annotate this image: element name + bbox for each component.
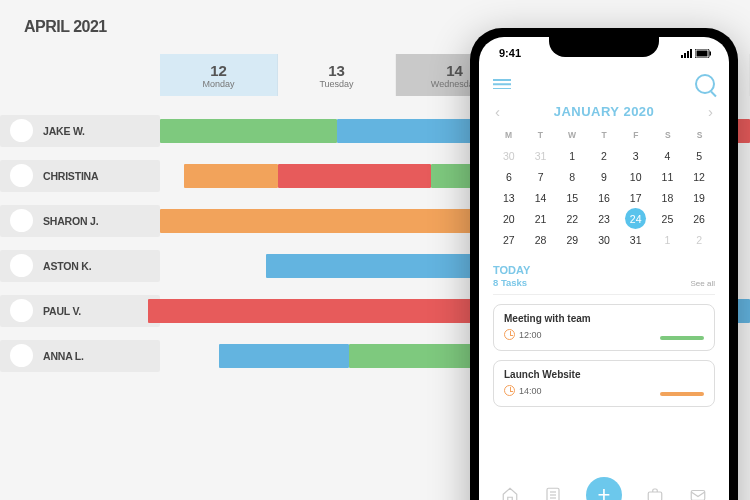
calendar-date[interactable]: 29 <box>556 229 588 250</box>
calendar-date[interactable]: 4 <box>652 145 684 166</box>
dow-label: W <box>557 130 588 140</box>
day-of-week-row: MTWTFSS <box>493 130 715 140</box>
signal-icon <box>681 49 692 58</box>
calendar-date[interactable]: 13 <box>493 187 525 208</box>
calendar-date[interactable]: 2 <box>588 145 620 166</box>
calendar-date[interactable]: 7 <box>525 166 557 187</box>
dow-label: S <box>684 130 715 140</box>
person-name: Anna L. <box>43 350 84 362</box>
calendar-date[interactable]: 21 <box>525 208 557 229</box>
calendar-date[interactable]: 25 <box>652 208 684 229</box>
calendar-date[interactable]: 17 <box>620 187 652 208</box>
calendar-date[interactable]: 12 <box>683 166 715 187</box>
person-cell[interactable]: Jake W. <box>0 115 160 147</box>
calendar-date[interactable]: 31 <box>525 145 557 166</box>
see-all-link[interactable]: See all <box>691 279 715 288</box>
gantt-bar[interactable] <box>266 254 490 278</box>
person-name: Sharon J. <box>43 215 98 227</box>
calendar-date[interactable]: 1 <box>556 145 588 166</box>
next-month-button[interactable]: › <box>708 103 713 120</box>
task-status-bar <box>660 392 704 397</box>
gantt-bar[interactable] <box>184 164 278 188</box>
avatar <box>10 254 33 277</box>
avatar <box>10 119 33 142</box>
briefcase-icon[interactable] <box>646 486 664 500</box>
status-time: 9:41 <box>499 47 521 59</box>
list-icon[interactable] <box>544 486 562 500</box>
task-status-bar <box>660 336 704 341</box>
phone-screen: 9:41 ‹ JANUARY 2020 › MTWTFSS 3031123456… <box>479 37 729 500</box>
dow-label: F <box>620 130 651 140</box>
clock-icon <box>504 329 515 340</box>
calendar-date[interactable]: 23 <box>588 208 620 229</box>
calendar-date[interactable]: 30 <box>493 145 525 166</box>
day-header[interactable]: 12Monday <box>160 54 278 96</box>
calendar-date[interactable]: 9 <box>588 166 620 187</box>
person-name: Jake W. <box>43 125 85 137</box>
phone-frame: 9:41 ‹ JANUARY 2020 › MTWTFSS 3031123456… <box>470 28 738 500</box>
task-card[interactable]: Meeting with team12:00 <box>493 304 715 351</box>
home-icon[interactable] <box>501 486 519 500</box>
person-cell[interactable]: Christina <box>0 160 160 192</box>
dow-label: T <box>589 130 620 140</box>
name-col-spacer <box>0 54 160 96</box>
person-cell[interactable]: Sharon J. <box>0 205 160 237</box>
add-button[interactable]: + <box>586 477 622 500</box>
svg-rect-1 <box>697 50 708 56</box>
gantt-bar[interactable] <box>160 209 514 233</box>
task-card[interactable]: Launch Website14:00 <box>493 360 715 407</box>
status-indicators <box>681 49 711 58</box>
day-header[interactable]: 13Tuesday <box>278 54 396 96</box>
calendar-date[interactable]: 16 <box>588 187 620 208</box>
person-cell[interactable]: Anna L. <box>0 340 160 372</box>
avatar <box>10 164 33 187</box>
calendar-date[interactable]: 14 <box>525 187 557 208</box>
calendar-date[interactable]: 18 <box>652 187 684 208</box>
clock-icon <box>504 385 515 396</box>
gantt-bar[interactable] <box>160 119 337 143</box>
avatar <box>10 209 33 232</box>
calendar-date[interactable]: 30 <box>588 229 620 250</box>
calendar-date[interactable]: 5 <box>683 145 715 166</box>
svg-rect-2 <box>710 51 712 55</box>
person-name: Aston K. <box>43 260 91 272</box>
calendar-date[interactable]: 22 <box>556 208 588 229</box>
person-name: Paul V. <box>43 305 81 317</box>
person-cell[interactable]: Paul V. <box>0 295 160 327</box>
today-label: TODAY <box>493 264 530 276</box>
calendar-date[interactable]: 6 <box>493 166 525 187</box>
svg-rect-7 <box>649 492 663 500</box>
search-icon[interactable] <box>695 74 715 94</box>
task-title: Launch Website <box>504 369 704 380</box>
calendar-date[interactable]: 15 <box>556 187 588 208</box>
calendar-date[interactable]: 11 <box>652 166 684 187</box>
calendar-date[interactable]: 3 <box>620 145 652 166</box>
phone-notch <box>549 37 659 57</box>
calendar-date[interactable]: 26 <box>683 208 715 229</box>
calendar-date[interactable]: 2 <box>683 229 715 250</box>
task-title: Meeting with team <box>504 313 704 324</box>
calendar-date[interactable]: 20 <box>493 208 525 229</box>
calendar-date[interactable]: 19 <box>683 187 715 208</box>
calendar-date[interactable]: 10 <box>620 166 652 187</box>
battery-icon <box>695 49 711 58</box>
calendar-date[interactable]: 24 <box>625 208 646 229</box>
avatar <box>10 344 33 367</box>
calendar-date[interactable]: 31 <box>620 229 652 250</box>
calendar-date[interactable]: 28 <box>525 229 557 250</box>
calendar-date[interactable]: 27 <box>493 229 525 250</box>
svg-rect-8 <box>691 491 705 501</box>
calendar-date[interactable]: 8 <box>556 166 588 187</box>
dow-label: M <box>493 130 524 140</box>
prev-month-button[interactable]: ‹ <box>495 103 500 120</box>
today-count: 8 Tasks <box>493 277 530 288</box>
calendar-date[interactable]: 1 <box>652 229 684 250</box>
gantt-bar[interactable] <box>219 344 349 368</box>
mail-icon[interactable] <box>689 486 707 500</box>
person-name: Christina <box>43 170 98 182</box>
gantt-bar[interactable] <box>278 164 431 188</box>
calendar-grid[interactable]: 3031123456789101112131415161718192021222… <box>493 145 715 250</box>
person-cell[interactable]: Aston K. <box>0 250 160 282</box>
avatar <box>10 299 33 322</box>
filter-icon[interactable] <box>493 77 511 91</box>
